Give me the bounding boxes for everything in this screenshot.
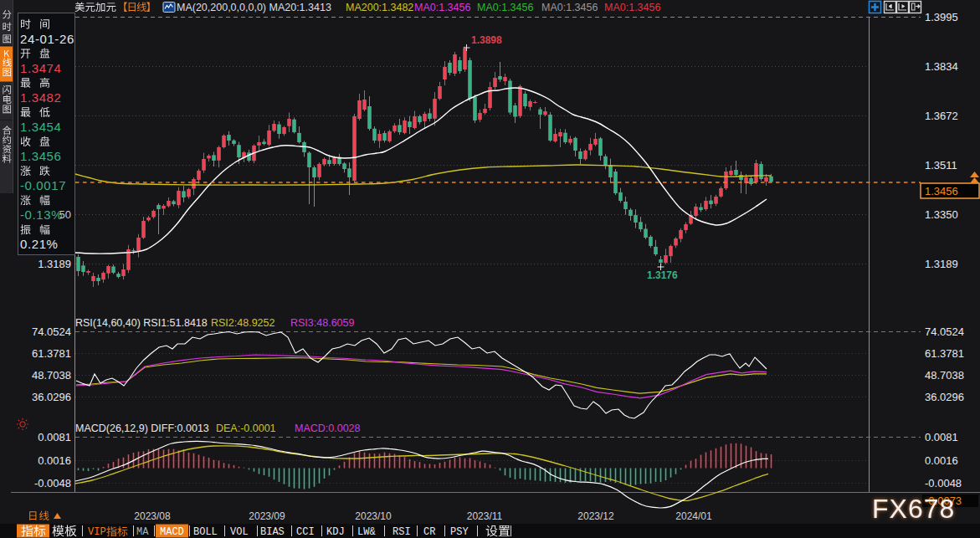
svg-text:2023/12: 2023/12 — [577, 510, 614, 522]
svg-text:KDJ: KDJ — [326, 526, 345, 538]
svg-text:1.3176: 1.3176 — [647, 269, 678, 281]
svg-text:1.3474: 1.3474 — [20, 61, 61, 75]
svg-text:36.0296: 36.0296 — [925, 391, 964, 403]
svg-text:48.7038: 48.7038 — [925, 369, 964, 382]
svg-text:74.0524: 74.0524 — [925, 325, 964, 338]
svg-text:2023/10: 2023/10 — [355, 510, 392, 522]
svg-text:RSI3:48.6059: RSI3:48.6059 — [290, 317, 354, 329]
svg-text:MACD:0.0028: MACD:0.0028 — [295, 423, 361, 434]
svg-text:MA200:1.3482: MA200:1.3482 — [346, 2, 413, 13]
svg-text:1.3672: 1.3672 — [925, 110, 958, 122]
svg-text:1.3995: 1.3995 — [925, 11, 958, 23]
svg-text:2024/01: 2024/01 — [675, 510, 712, 522]
svg-text:BOLL: BOLL — [193, 526, 218, 538]
svg-text:MA0:1.3456: MA0:1.3456 — [477, 2, 533, 13]
svg-text:0.0016: 0.0016 — [925, 454, 958, 467]
svg-text:0.0081: 0.0081 — [38, 431, 71, 443]
svg-text:RSI: RSI — [393, 526, 411, 538]
svg-text:FX678: FX678 — [872, 494, 955, 524]
svg-text:LW&: LW& — [357, 526, 376, 538]
svg-text:24-01-26: 24-01-26 — [20, 32, 74, 46]
svg-text:DEA:-0.0001: DEA:-0.0001 — [216, 423, 276, 434]
svg-text:61.3781: 61.3781 — [925, 347, 964, 360]
svg-text:-0.0048: -0.0048 — [925, 477, 962, 489]
svg-text:-0.0017: -0.0017 — [20, 178, 66, 192]
svg-text:1.3350: 1.3350 — [925, 208, 958, 221]
svg-text:PSY: PSY — [450, 526, 469, 538]
svg-text:61.3781: 61.3781 — [32, 347, 71, 360]
svg-text:1.3456: 1.3456 — [20, 149, 61, 163]
svg-text:1.3189: 1.3189 — [925, 258, 958, 270]
svg-text:2023/09: 2023/09 — [249, 510, 285, 522]
svg-text:1.3834: 1.3834 — [925, 60, 958, 73]
svg-text:MA: MA — [136, 526, 149, 538]
svg-text:MACD(26,12,9) DIFF:0.0013: MACD(26,12,9) DIFF:0.0013 — [75, 423, 209, 434]
svg-text:1.3456: 1.3456 — [925, 185, 958, 197]
svg-text:0.0016: 0.0016 — [38, 454, 71, 467]
svg-text:48.7038: 48.7038 — [32, 369, 71, 382]
svg-text:MA(20,200,0,0,0,0) MA20:1.3413: MA(20,200,0,0,0,0) MA20:1.3413 — [177, 2, 331, 13]
svg-text:36.0296: 36.0296 — [32, 391, 71, 403]
svg-text:CR: CR — [423, 526, 435, 538]
svg-text:RSI(14,60,40) RSI1:51.8418: RSI(14,60,40) RSI1:51.8418 — [75, 317, 208, 329]
svg-text:VOL: VOL — [230, 526, 249, 538]
svg-text:0.21%: 0.21% — [20, 237, 59, 251]
svg-text:MA0:1.3456: MA0:1.3456 — [414, 2, 470, 13]
svg-text:MA0:1.3456: MA0:1.3456 — [541, 2, 598, 13]
svg-text:BIAS: BIAS — [260, 526, 285, 538]
svg-text:MACD: MACD — [160, 526, 184, 538]
svg-text:2023/08: 2023/08 — [134, 510, 171, 522]
svg-text:74.0524: 74.0524 — [32, 325, 71, 338]
svg-text:1.3454: 1.3454 — [20, 120, 61, 134]
svg-text:1.3898: 1.3898 — [471, 34, 502, 46]
svg-text:VIP: VIP — [88, 526, 106, 538]
svg-text:0.0081: 0.0081 — [925, 431, 958, 443]
svg-text:MA0:1.3456: MA0:1.3456 — [604, 2, 660, 13]
svg-text:-0.0048: -0.0048 — [34, 477, 71, 489]
svg-text:-0.13%: -0.13% — [20, 208, 63, 222]
svg-text:2023/11: 2023/11 — [467, 510, 503, 522]
svg-text:1.3511: 1.3511 — [925, 159, 957, 172]
svg-text:1.3189: 1.3189 — [38, 258, 71, 270]
svg-text:1.3482: 1.3482 — [20, 90, 61, 105]
svg-text:RSI2:48.9252: RSI2:48.9252 — [211, 317, 275, 329]
svg-text:CCI: CCI — [296, 526, 315, 538]
